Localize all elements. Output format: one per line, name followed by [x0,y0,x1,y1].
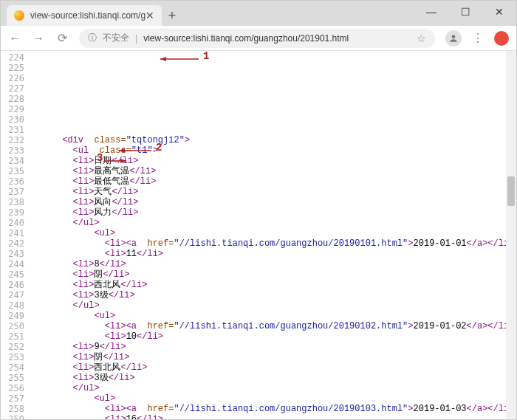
code-line[interactable]: <li>3级</li> [30,290,516,300]
line-number: 239 [1,207,24,218]
line-number: 236 [1,176,24,187]
line-number: 233 [1,145,24,156]
separator: | [135,33,137,44]
code-line[interactable]: <li>天气</li> [30,187,516,197]
code-line[interactable]: <li>9</li> [30,342,516,352]
code-line[interactable]: <li>风向</li> [30,197,516,207]
code-line[interactable]: <li>阴</li> [30,352,516,362]
line-number: 224 [1,52,24,63]
line-number: 229 [1,104,24,114]
close-button[interactable]: ✕ [482,1,516,23]
code-line[interactable]: <li>最低气温</li> [30,176,516,187]
annotation-1: 1 [203,51,209,61]
code-line[interactable]: <li>16</li> [30,414,516,420]
line-number: 254 [1,362,24,373]
line-number: 252 [1,342,24,352]
line-number: 237 [1,187,24,197]
line-number: 234 [1,156,24,166]
code-line[interactable]: <li>西北风</li> [30,362,516,373]
tab-title: view-source:lishi.tianqi.com/g [30,10,145,21]
line-number: 235 [1,166,24,176]
line-number: 256 [1,383,24,393]
profile-icon[interactable] [445,30,462,47]
menu-icon[interactable]: ⋮ [472,31,484,45]
reload-button[interactable]: ⟳ [55,31,69,45]
tab-close-icon[interactable]: ✕ [145,10,154,21]
site-info-icon[interactable]: ⓘ [88,32,97,44]
favicon-icon [14,10,24,21]
code-line[interactable]: </ul> [30,300,516,311]
back-button[interactable]: ← [8,32,21,45]
code-line[interactable]: <li>日期</li> [30,156,516,166]
code-line[interactable]: <li>3级</li> [30,373,516,383]
line-number: 251 [1,331,24,342]
code-line[interactable]: <li>西北风</li> [30,280,516,290]
forward-button[interactable]: → [32,32,45,45]
line-number: 226 [1,73,24,83]
code-line[interactable]: <li><a href="//lishi.tianqi.com/guangzho… [30,404,516,414]
line-number: 250 [1,321,24,331]
line-number: 246 [1,280,24,290]
line-number: 240 [1,218,24,228]
minimize-button[interactable]: — [414,1,448,23]
code-line[interactable]: <ul> [30,228,516,238]
address-bar[interactable]: ⓘ 不安全 | view-source:lishi.tianqi.com/gua… [79,29,435,48]
bookmark-star-icon[interactable]: ☆ [417,32,426,44]
line-number: 232 [1,135,24,145]
line-number: 227 [1,83,24,94]
line-number: 243 [1,249,24,259]
line-number: 231 [1,125,24,135]
extension-icon[interactable] [494,31,509,46]
line-number: 255 [1,373,24,383]
code-line[interactable]: <ul> [30,311,516,321]
line-number: 259 [1,414,24,420]
line-number: 248 [1,300,24,311]
line-number: 258 [1,404,24,414]
arrow-1-icon [160,55,203,63]
code-line[interactable]: </ul> [30,383,516,393]
scrollbar-thumb[interactable] [507,176,515,206]
window-controls: — ☐ ✕ [414,1,516,23]
code-line[interactable]: <li>11</li> [30,249,516,259]
line-number: 257 [1,393,24,404]
svg-marker-2 [160,57,166,61]
vertical-scrollbar[interactable] [506,51,516,419]
line-number: 238 [1,197,24,207]
line-number: 249 [1,311,24,321]
line-number: 228 [1,94,24,104]
code-line[interactable]: </ul> [30,218,516,228]
line-number: 225 [1,63,24,73]
code-line[interactable]: <ul> [30,393,516,404]
line-gutter: 2242252262272282292302312322332342352362… [1,51,30,420]
code-line[interactable]: <li><a href="//lishi.tianqi.com/guangzho… [30,238,516,249]
code-line[interactable]: <ul class="t1"> [30,145,516,156]
code-line[interactable]: <li>最高气温</li> [30,166,516,176]
toolbar: ← → ⟳ ⓘ 不安全 | view-source:lishi.tianqi.c… [1,26,516,51]
line-number: 230 [1,114,24,125]
url-text: view-source:lishi.tianqi.com/guangzhou/2… [143,33,349,44]
line-number: 242 [1,238,24,249]
line-number: 247 [1,290,24,300]
code-line[interactable]: <li>8</li> [30,259,516,269]
code-line[interactable]: <li><a href="//lishi.tianqi.com/guangzho… [30,321,516,331]
source-view: 2242252262272282292302312322332342352362… [1,51,516,420]
code-line[interactable]: <div class="tqtongji2"> [30,135,516,145]
svg-point-0 [452,35,456,38]
security-warning: 不安全 [103,32,129,44]
new-tab-button[interactable]: + [162,5,182,26]
line-number: 244 [1,259,24,269]
line-number: 241 [1,228,24,238]
source-code[interactable]: 1 2 3 <div class="tqtongji2"> <ul class=… [30,51,516,420]
line-number: 253 [1,352,24,362]
maximize-button[interactable]: ☐ [448,1,482,23]
code-line[interactable]: <li>风力</li> [30,207,516,218]
browser-tab[interactable]: view-source:lishi.tianqi.com/g ✕ [7,5,162,26]
line-number: 245 [1,269,24,280]
code-line[interactable]: <li>阴</li> [30,269,516,280]
code-line[interactable]: <li>10</li> [30,331,516,342]
